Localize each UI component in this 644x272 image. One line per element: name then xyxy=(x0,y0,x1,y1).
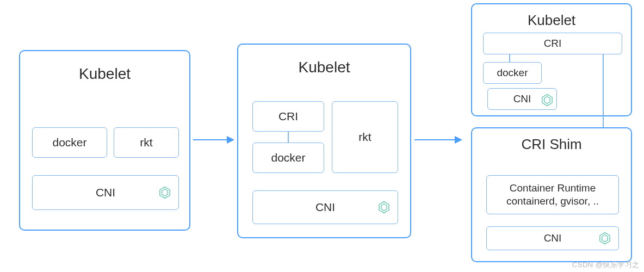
svg-marker-5 xyxy=(381,204,387,211)
stage2-docker-box: docker xyxy=(252,143,324,173)
stage1-panel: Kubelet docker rkt CNI xyxy=(19,50,190,231)
svg-marker-11 xyxy=(602,235,608,242)
box-label: docker xyxy=(267,149,309,167)
svg-marker-7 xyxy=(455,136,462,144)
stage3b-cni-box: CNI xyxy=(486,226,619,250)
cni-icon xyxy=(377,200,391,214)
stage3a-cni-box: CNI xyxy=(487,88,557,110)
svg-marker-0 xyxy=(160,187,170,199)
svg-marker-4 xyxy=(379,202,389,213)
stage2-cni-box: CNI xyxy=(252,190,398,224)
box-label: CNI xyxy=(509,90,536,108)
box-label: Container Runtime containerd, gvisor, .. xyxy=(487,180,618,210)
stage3b-title: CRI Shim xyxy=(472,128,631,153)
stage3b-runtime-box: Container Runtime containerd, gvisor, .. xyxy=(486,175,619,214)
box-label: CRI xyxy=(540,35,566,52)
box-label: CNI xyxy=(540,230,566,247)
box-label: docker xyxy=(492,64,532,82)
stage1-title: Kubelet xyxy=(20,51,189,83)
stage2-rkt-box: rkt xyxy=(332,101,398,173)
svg-marker-9 xyxy=(544,97,550,104)
stage3a-docker-box: docker xyxy=(483,62,542,84)
box-label: docker xyxy=(48,133,91,152)
box-label: rkt xyxy=(135,133,157,152)
stage2-title: Kubelet xyxy=(238,45,410,76)
watermark-text: CSDN @快乐学习之 xyxy=(572,260,640,270)
box-label: rkt xyxy=(354,128,375,146)
stage3a-title: Kubelet xyxy=(472,4,631,29)
cri-to-shim-connector xyxy=(603,54,604,127)
box-label: CNI xyxy=(311,198,339,217)
arrow-stage1-to-stage2 xyxy=(193,133,234,146)
stage3-kubelet-panel: Kubelet CRI docker CNI xyxy=(471,3,632,116)
stage2-panel: Kubelet CRI docker rkt CNI xyxy=(237,44,411,238)
svg-marker-8 xyxy=(542,95,552,106)
cri-docker-connector xyxy=(288,132,289,143)
stage3-crishim-panel: CRI Shim Container Runtime containerd, g… xyxy=(471,127,632,262)
cni-icon xyxy=(540,93,552,105)
box-label: CRI xyxy=(274,107,302,126)
cni-icon xyxy=(598,231,612,245)
stage3a-cri-box: CRI xyxy=(483,33,622,54)
stage1-docker-box: docker xyxy=(32,127,107,158)
stage1-cni-box: CNI xyxy=(32,175,179,210)
svg-marker-10 xyxy=(600,233,610,244)
cri-docker-connector-3 xyxy=(509,54,510,62)
cni-icon xyxy=(158,186,172,200)
stage1-rkt-box: rkt xyxy=(114,127,179,158)
stage2-cri-box: CRI xyxy=(252,101,324,132)
svg-marker-3 xyxy=(227,136,234,144)
arrow-stage2-to-stage3 xyxy=(414,133,462,146)
svg-marker-1 xyxy=(162,189,168,196)
box-label: CNI xyxy=(91,183,120,202)
diagram-canvas: Kubelet docker rkt CNI Kubelet CRI docke… xyxy=(0,0,644,272)
